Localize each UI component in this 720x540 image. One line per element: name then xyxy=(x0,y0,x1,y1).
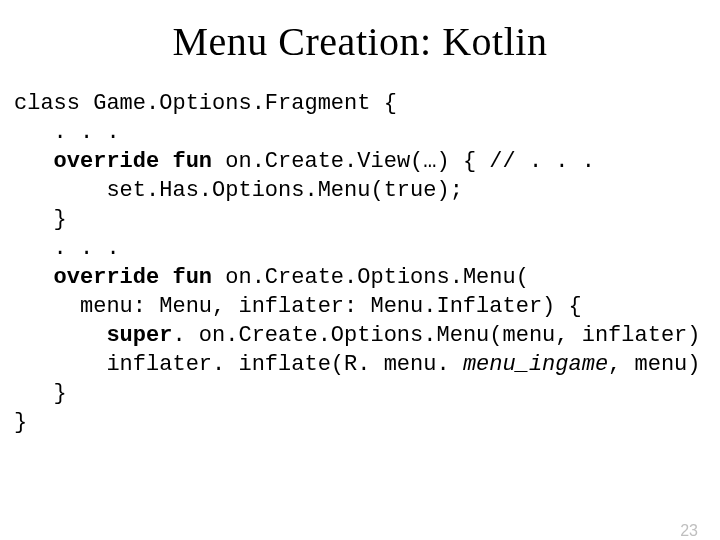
code-keyword-override-fun-1: override fun xyxy=(54,149,212,174)
code-line-7-rest: on.Create.Options.Menu( xyxy=(212,265,529,290)
code-line-5: } xyxy=(14,207,67,232)
code-line-2: . . . xyxy=(14,120,120,145)
code-keyword-super: super xyxy=(106,323,172,348)
code-line-9-rest: . on.Create.Options.Menu(menu, inflater) xyxy=(172,323,700,348)
code-line-10-end: , menu) xyxy=(608,352,700,377)
code-line-8: menu: Menu, inflater: Menu.Inflater) { xyxy=(14,294,582,319)
code-line-11: } xyxy=(14,381,67,406)
code-block: class Game.Options.Fragment { . . . over… xyxy=(14,89,720,437)
slide-title: Menu Creation: Kotlin xyxy=(0,18,720,65)
code-line-9-indent xyxy=(14,323,106,348)
code-line-10-start: inflater. inflate(R. menu. xyxy=(14,352,463,377)
code-line-3-indent xyxy=(14,149,54,174)
code-line-1: class Game.Options.Fragment { xyxy=(14,91,397,116)
code-keyword-override-fun-2: override fun xyxy=(54,265,212,290)
code-line-7-indent xyxy=(14,265,54,290)
code-italic-menu-ingame: menu_ingame xyxy=(463,352,608,377)
code-line-3-rest: on.Create.View(…) { // . . . xyxy=(212,149,595,174)
slide: Menu Creation: Kotlin class Game.Options… xyxy=(0,18,720,540)
page-number: 23 xyxy=(680,522,698,540)
code-line-6: . . . xyxy=(14,236,120,261)
code-line-4: set.Has.Options.Menu(true); xyxy=(14,178,463,203)
code-line-12: } xyxy=(14,410,27,435)
